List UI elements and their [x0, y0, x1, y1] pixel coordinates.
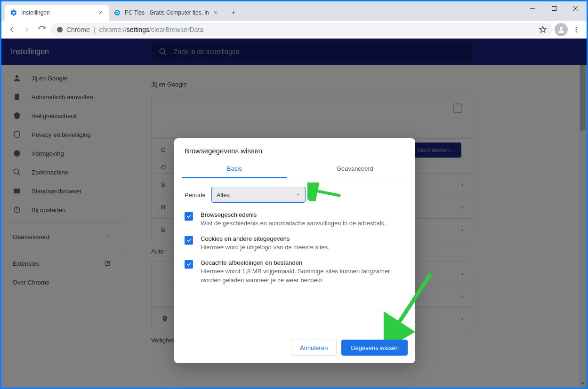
- svg-line-19: [395, 274, 431, 328]
- omnibox[interactable]: Chrome | chrome://settings/clearBrowserD…: [50, 23, 553, 36]
- annotation-arrow-icon: [307, 183, 345, 201]
- svg-point-8: [576, 29, 577, 30]
- time-range-select[interactable]: Alles: [211, 187, 306, 203]
- bookmark-star-icon[interactable]: [539, 25, 547, 34]
- chrome-icon: [56, 26, 64, 33]
- chrome-menu-button[interactable]: [570, 23, 583, 36]
- reload-button[interactable]: [35, 23, 48, 36]
- maximize-button[interactable]: [543, 1, 565, 16]
- option-cached-images[interactable]: Gecachte afbeeldingen en bestanden Hierm…: [185, 259, 405, 284]
- option-desc: Hiermee wordt 1,8 MB vrijgemaakt. Sommig…: [201, 267, 405, 284]
- cancel-button[interactable]: Annuleren: [291, 340, 337, 356]
- svg-point-2: [116, 12, 118, 14]
- checkbox-checked[interactable]: [185, 260, 193, 269]
- tab-title: PC Tips - Gratis Computer tips, in: [125, 9, 209, 16]
- back-button[interactable]: [5, 23, 18, 36]
- close-icon[interactable]: [212, 9, 219, 16]
- svg-point-6: [560, 27, 563, 30]
- titlebar: Instellingen PC Tips - Gratis Computer t…: [1, 1, 587, 21]
- option-title: Gecachte afbeeldingen en bestanden: [201, 259, 405, 266]
- clear-browsing-data-dialog: Browsegegevens wissen Basis Geavanceerd …: [174, 138, 415, 363]
- globe-icon: [113, 9, 121, 16]
- option-cookies[interactable]: Cookies en andere sitegegevens Hiermee w…: [185, 235, 405, 252]
- svg-point-7: [576, 27, 577, 28]
- option-title: Browsegeschiedenis: [201, 211, 386, 218]
- period-label: Periode: [185, 191, 206, 198]
- clear-data-button[interactable]: Gegevens wissen: [341, 340, 408, 356]
- site-info-chip[interactable]: Chrome: [56, 26, 90, 33]
- close-icon[interactable]: [97, 9, 104, 16]
- annotation-arrow-icon: [384, 269, 440, 340]
- forward-button[interactable]: [20, 23, 33, 36]
- profile-avatar[interactable]: [555, 23, 568, 36]
- address-bar: Chrome | chrome://settings/clearBrowserD…: [1, 21, 587, 39]
- dialog-title: Browsegegevens wissen: [174, 138, 415, 160]
- svg-point-5: [57, 27, 63, 32]
- checkbox-checked[interactable]: [185, 212, 193, 221]
- checkbox-checked[interactable]: [185, 236, 193, 245]
- window-close-button[interactable]: [565, 1, 587, 16]
- new-tab-button[interactable]: [227, 6, 240, 19]
- gear-icon: [10, 9, 17, 16]
- svg-rect-4: [552, 7, 556, 11]
- url-display: chrome://settings/clearBrowserData: [99, 26, 203, 33]
- dropdown-arrow-icon: [296, 192, 300, 197]
- option-browsing-history[interactable]: Browsegeschiedenis Wist de geschiedenis …: [185, 211, 405, 228]
- option-title: Cookies en andere sitegegevens: [201, 235, 330, 242]
- tab-pctips[interactable]: PC Tips - Gratis Computer tips, in: [109, 5, 224, 21]
- tab-title: Instellingen: [21, 9, 94, 16]
- tab-settings[interactable]: Instellingen: [5, 5, 109, 21]
- tab-basic[interactable]: Basis: [174, 160, 295, 178]
- svg-line-18: [312, 190, 340, 196]
- svg-point-9: [576, 31, 577, 32]
- tab-advanced[interactable]: Geavanceerd: [295, 160, 415, 178]
- option-desc: Hiermee word je uitgelogd van de meeste …: [201, 243, 330, 252]
- option-desc: Wist de geschiedenis en automatische aan…: [201, 219, 386, 228]
- window-controls: [522, 1, 587, 16]
- dialog-tabs: Basis Geavanceerd: [174, 160, 415, 178]
- minimize-button[interactable]: [522, 1, 543, 16]
